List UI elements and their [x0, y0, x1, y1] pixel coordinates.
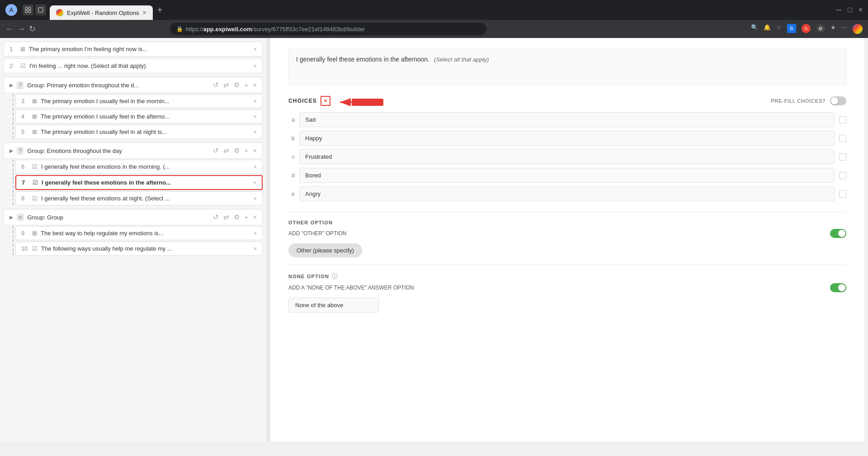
divider-2	[288, 265, 846, 265]
q3-close[interactable]: ×	[253, 98, 257, 104]
group1-add-icon[interactable]: +	[244, 81, 248, 89]
q-number: 2	[9, 62, 17, 69]
choice-check-c[interactable]	[839, 153, 846, 161]
q4-item[interactable]: 4 ⊠ The primary emotion I usually feel i…	[15, 109, 263, 124]
reload-btn[interactable]: ↻	[29, 24, 36, 34]
group-3: ▶ ≡ Group: Group ↺ ⇄ ⚙ + × 9 ⊠ The best …	[4, 209, 263, 256]
group3-toggle-icon[interactable]: ▶	[9, 214, 13, 220]
panel-splitter[interactable]	[267, 38, 270, 442]
group3-close-icon[interactable]: ×	[253, 213, 257, 221]
q8-item[interactable]: 8 ☑ I generally feel these emotions at n…	[15, 191, 263, 205]
q5-text: The primary emotion I usually feel in at…	[41, 128, 250, 135]
choice-check-b[interactable]	[839, 135, 846, 142]
q6-icon: ☑	[32, 163, 38, 170]
maximize-btn[interactable]: □	[848, 6, 852, 14]
q2-close-icon[interactable]: ×	[253, 62, 257, 69]
url-bar[interactable]: 🔒 https://app.expiwell.com/survey/6775ff…	[170, 23, 486, 35]
svg-rect-6	[352, 99, 383, 106]
tab-switcher-btn[interactable]	[23, 5, 33, 15]
search-icon[interactable]: 🔍	[751, 24, 758, 34]
q3-item[interactable]: 3 ⊠ The primary emotion I usually feel i…	[15, 94, 263, 108]
q5-close[interactable]: ×	[253, 128, 257, 135]
forward-btn[interactable]: →	[17, 24, 25, 34]
none-value-display[interactable]: None of the above	[288, 298, 379, 313]
group2-add-icon[interactable]: +	[244, 147, 248, 155]
group3-shuffle-icon[interactable]: ⇄	[223, 213, 229, 221]
close-btn[interactable]: ×	[859, 6, 863, 14]
new-tab-btn[interactable]: +	[153, 5, 167, 15]
q7-close[interactable]: ×	[253, 179, 256, 186]
choice-input-c[interactable]	[299, 149, 835, 164]
choice-input-e[interactable]	[299, 186, 835, 201]
none-toggle[interactable]	[830, 283, 846, 292]
chrome-icon[interactable]	[853, 24, 863, 34]
choices-icon-btn[interactable]: ×	[321, 96, 330, 106]
none-help-icon[interactable]: ⓘ	[332, 272, 338, 280]
choice-input-d[interactable]	[299, 168, 835, 183]
group1-toggle-icon[interactable]: ▶	[9, 82, 13, 88]
other-toggle[interactable]	[830, 229, 846, 238]
group2-toggle-icon[interactable]: ▶	[9, 148, 13, 154]
svg-rect-1	[28, 7, 31, 10]
choice-check-d[interactable]	[839, 172, 846, 179]
group3-add-icon[interactable]: +	[244, 213, 248, 221]
q1-close-icon[interactable]: ×	[253, 46, 257, 52]
choice-check-e[interactable]	[839, 190, 846, 198]
choice-input-a[interactable]	[299, 112, 835, 127]
svg-rect-3	[28, 10, 31, 13]
bookmarks-icon[interactable]: ★	[830, 24, 836, 34]
active-tab[interactable]: ExpiWell - Random Options ×	[50, 5, 153, 20]
q5-item[interactable]: 5 ⊠ The primary emotion I usually feel i…	[15, 125, 263, 139]
q4-close[interactable]: ×	[253, 113, 257, 120]
other-option-section: OTHER OPTION ADD "OTHER" OPTION Other (p…	[288, 220, 846, 257]
other-specify-btn[interactable]: Other (please specify)	[288, 243, 362, 257]
profile-icon[interactable]: A	[5, 4, 17, 16]
group3-settings-icon[interactable]: ⚙	[234, 213, 240, 221]
question-suffix: (Select all that apply)	[434, 56, 489, 63]
q8-close[interactable]: ×	[253, 195, 257, 202]
ext-icon2[interactable]: G	[802, 24, 811, 33]
ext-icon3[interactable]: ⚙	[816, 24, 825, 33]
none-title-row: NONE OPTION ⓘ	[288, 272, 846, 280]
profile-ext-icon[interactable]: B	[787, 24, 796, 33]
q10-item[interactable]: 10 ☑ The following ways usually help me …	[15, 242, 263, 256]
group2-header[interactable]: ▶ ? Group: Emotions throughout the day ↺…	[4, 142, 263, 159]
question-item-2[interactable]: 2 ☑ I'm feeling ... right now. (Select a…	[4, 58, 263, 73]
q6-item[interactable]: 6 ☑ I generally feel these emotions in t…	[15, 160, 263, 174]
choice-letter-c: c	[288, 153, 295, 160]
add-other-label: ADD "OTHER" OPTION	[288, 230, 830, 237]
q9-item[interactable]: 9 ⊠ The best way to help regulate my emo…	[15, 226, 263, 240]
group2-close-icon[interactable]: ×	[253, 147, 257, 155]
bell-icon[interactable]: 🔔	[764, 24, 771, 34]
back-btn[interactable]: ←	[5, 24, 14, 34]
star-icon[interactable]: ☆	[776, 24, 782, 34]
group1-label: Group: Primary emotion throughout the d.…	[27, 82, 209, 89]
choice-check-a[interactable]	[839, 116, 846, 124]
tab-close-btn[interactable]: ×	[142, 9, 146, 16]
group1-settings-icon[interactable]: ⚙	[234, 81, 240, 89]
group2-settings-icon[interactable]: ⚙	[234, 147, 240, 155]
q9-close[interactable]: ×	[253, 230, 257, 237]
group1-shuffle-icon[interactable]: ⇄	[223, 81, 229, 89]
prefill-toggle[interactable]	[830, 96, 846, 105]
q10-close[interactable]: ×	[253, 245, 257, 252]
right-scrollbar[interactable]	[864, 38, 868, 442]
question-item-1[interactable]: 1 ⊠ The primary emotion I'm feeling righ…	[4, 42, 263, 57]
group3-header[interactable]: ▶ ≡ Group: Group ↺ ⇄ ⚙ + ×	[4, 209, 263, 225]
group2-shuffle-icon[interactable]: ⇄	[223, 147, 229, 155]
window-btn[interactable]	[35, 5, 46, 15]
group1-refresh-icon[interactable]: ↺	[213, 81, 219, 89]
choice-input-b[interactable]	[299, 131, 835, 146]
q8-icon: ☑	[32, 195, 38, 202]
group2-refresh-icon[interactable]: ↺	[213, 147, 219, 155]
more-icon[interactable]: ⋯	[841, 24, 847, 34]
group3-refresh-icon[interactable]: ↺	[213, 213, 219, 221]
q6-close[interactable]: ×	[253, 163, 257, 170]
group1-close-icon[interactable]: ×	[253, 81, 257, 89]
group1-header[interactable]: ▶ ? Group: Primary emotion throughout th…	[4, 77, 263, 93]
q7-item-selected[interactable]: 7 ☑ I generally feel these emotions in t…	[15, 175, 263, 190]
minimize-btn[interactable]: ─	[836, 6, 841, 14]
choice-row-e: e	[288, 186, 846, 201]
main-layout: 1 ⊠ The primary emotion I'm feeling righ…	[0, 38, 868, 442]
choice-row-c: c	[288, 149, 846, 164]
